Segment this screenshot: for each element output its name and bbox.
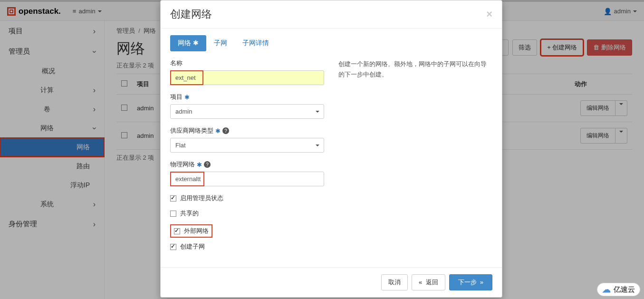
checkbox-icon <box>170 195 176 202</box>
project-select[interactable]: admin <box>170 104 324 119</box>
cloud-icon: ☁ <box>602 284 611 295</box>
external-network-checkbox[interactable]: 外部网络 <box>174 227 209 235</box>
watermark-text: 亿速云 <box>614 285 635 294</box>
tab-subnet[interactable]: 子网 <box>206 35 235 51</box>
modal-tabs: 网络 ✱ 子网 子网详情 <box>170 35 492 51</box>
physical-network-input[interactable] <box>170 172 324 186</box>
create-network-modal: 创建网络 × 网络 ✱ 子网 子网详情 名称 <box>160 0 502 298</box>
create-subnet-checkbox[interactable]: 创建子网 <box>170 242 324 251</box>
help-icon[interactable]: ? <box>204 161 211 168</box>
required-asterisk-icon: ✱ <box>215 127 221 135</box>
tab-subnet-details[interactable]: 子网详情 <box>235 35 277 51</box>
tab-network[interactable]: 网络 ✱ <box>170 35 206 51</box>
next-button[interactable]: 下一步 » <box>449 274 492 290</box>
help-icon[interactable]: ? <box>222 127 229 134</box>
name-input[interactable] <box>170 70 324 85</box>
checkbox-icon <box>170 211 176 217</box>
label-project: 项目 <box>170 93 183 101</box>
label: 共享的 <box>180 209 199 218</box>
modal-title: 创建网络 <box>170 7 212 21</box>
label: 创建子网 <box>180 242 205 251</box>
watermark: ☁ 亿速云 <box>597 283 640 296</box>
label: 启用管理员状态 <box>180 194 223 203</box>
close-icon[interactable]: × <box>486 8 492 20</box>
provider-type-select[interactable]: Flat <box>170 138 324 153</box>
required-asterisk-icon: ✱ <box>193 39 199 47</box>
next-icon: » <box>480 279 483 286</box>
label: 外部网络 <box>184 227 209 235</box>
next-label: 下一步 <box>458 279 477 286</box>
help-text: 创建一个新的网络。额外地，网络中的子网可以在向导的下一步中创建。 <box>338 59 492 258</box>
shared-checkbox[interactable]: 共享的 <box>170 209 324 218</box>
back-label: 返回 <box>426 279 438 286</box>
label-provider-type: 供应商网络类型 <box>170 126 213 135</box>
checkbox-icon <box>174 228 180 234</box>
required-asterisk-icon: ✱ <box>184 94 190 101</box>
tab-label: 网络 <box>178 39 191 47</box>
back-icon: « <box>419 279 422 286</box>
cancel-button[interactable]: 取消 <box>381 274 408 290</box>
required-asterisk-icon: ✱ <box>197 161 202 168</box>
label-physical-network: 物理网络 <box>170 160 195 169</box>
label-name: 名称 <box>170 59 324 68</box>
checkbox-icon <box>170 244 176 250</box>
back-button[interactable]: « 返回 <box>412 274 445 290</box>
enable-admin-state-checkbox[interactable]: 启用管理员状态 <box>170 194 324 203</box>
